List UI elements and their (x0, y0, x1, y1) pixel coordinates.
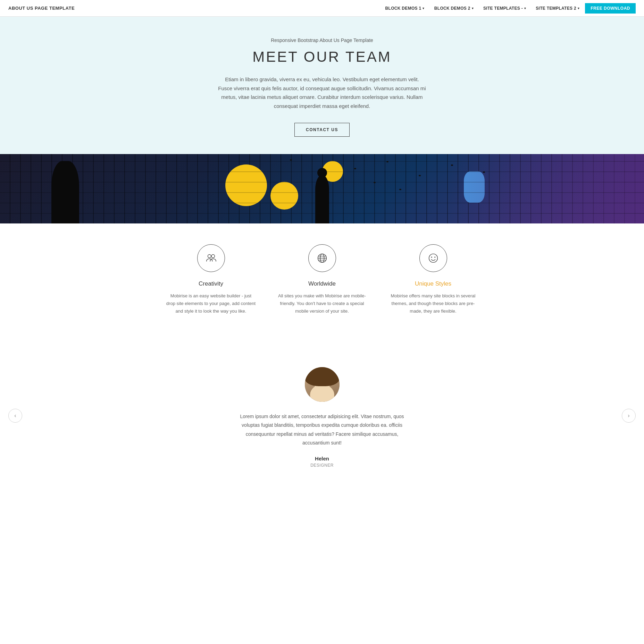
testimonial-name: Helen (7, 456, 637, 461)
navbar-nav: BLOCK DEMOS 1 ▾ BLOCK DEMOS 2 ▾ SITE TEM… (381, 0, 636, 17)
free-download-button[interactable]: FREE DOWNLOAD (585, 3, 636, 14)
silhouette-left (51, 161, 79, 223)
blob-yellow-1 (225, 164, 267, 206)
nav-site-templates-1[interactable]: SITE TEMPLATES - ▾ (479, 0, 530, 17)
worldwide-description: All sites you make with Mobirise are mob… (277, 292, 367, 315)
navbar: ABOUT US PAGE TEMPLATE BLOCK DEMOS 1 ▾ B… (0, 0, 644, 17)
worldwide-icon-container (308, 244, 336, 272)
worldwide-title: Worldwide (277, 280, 367, 287)
scatter-dot (354, 168, 356, 169)
scatter-dot (483, 171, 485, 173)
testimonial-prev-button[interactable]: ‹ (8, 409, 22, 423)
testimonial-next-button[interactable]: › (622, 409, 636, 423)
testimonial-section: Lorem ipsum dolor sit amet, consectetur … (0, 339, 644, 492)
banner-art (0, 154, 644, 223)
nav-block-demos-2[interactable]: BLOCK DEMOS 2 ▾ (430, 0, 478, 17)
creativity-icon (204, 252, 218, 265)
hero-subtitle: Responsive Bootstrap About Us Page Templ… (7, 37, 637, 43)
scatter-dot (399, 189, 401, 190)
scatter-dot (290, 159, 292, 161)
feature-worldwide: Worldwide All sites you make with Mobiri… (277, 244, 367, 315)
svg-point-8 (431, 257, 432, 258)
svg-point-9 (434, 257, 435, 258)
features-grid: Creativity Mobirise is an easy website b… (166, 244, 478, 315)
creativity-description: Mobirise is an easy website builder - ju… (166, 292, 256, 315)
scatter-dot (374, 182, 376, 183)
unique-styles-icon-container (419, 244, 447, 272)
testimonial-role: DESIGNER (7, 463, 637, 468)
creativity-icon-container (197, 244, 225, 272)
caret-icon: ▾ (524, 7, 526, 10)
testimonial-avatar (305, 367, 340, 402)
blob-yellow-2 (270, 182, 298, 210)
hero-section: Responsive Bootstrap About Us Page Templ… (0, 17, 644, 154)
hero-description: Etiam in libero gravida, viverra ex eu, … (218, 75, 426, 110)
purple-tint (451, 154, 644, 223)
caret-icon: ▾ (423, 7, 424, 10)
avatar-art (305, 367, 340, 402)
feature-unique-styles: Unique Styles Mobirise offers many site … (388, 244, 478, 315)
creativity-title: Creativity (166, 280, 256, 287)
svg-point-0 (208, 255, 211, 258)
caret-icon: ▾ (472, 7, 474, 10)
hero-title: MEET OUR TEAM (7, 49, 637, 65)
image-banner (0, 154, 644, 223)
scatter-dot (451, 164, 453, 166)
feature-creativity: Creativity Mobirise is an easy website b… (166, 244, 256, 315)
silhouette-center (315, 175, 329, 223)
worldwide-icon (316, 252, 329, 265)
svg-point-7 (429, 254, 437, 263)
scatter-dot (419, 175, 421, 176)
avatar-hair (305, 367, 340, 386)
nav-site-templates-2[interactable]: SITE TEMPLATES 2 ▾ (532, 0, 584, 17)
unique-styles-description: Mobirise offers many site blocks in seve… (388, 292, 478, 315)
smiley-icon (427, 252, 440, 265)
navbar-brand: ABOUT US PAGE TEMPLATE (8, 6, 75, 11)
testimonial-text: Lorem ipsum dolor sit amet, consectetur … (239, 412, 405, 447)
features-section: Creativity Mobirise is an easy website b… (0, 223, 644, 339)
contact-us-button[interactable]: CONTACT US (294, 123, 350, 137)
nav-block-demos-1[interactable]: BLOCK DEMOS 1 ▾ (381, 0, 429, 17)
unique-styles-title: Unique Styles (388, 280, 478, 287)
blob-blue-1 (464, 171, 485, 203)
caret-icon: ▾ (578, 7, 579, 10)
scatter-dot (386, 161, 388, 162)
svg-point-1 (211, 255, 215, 258)
